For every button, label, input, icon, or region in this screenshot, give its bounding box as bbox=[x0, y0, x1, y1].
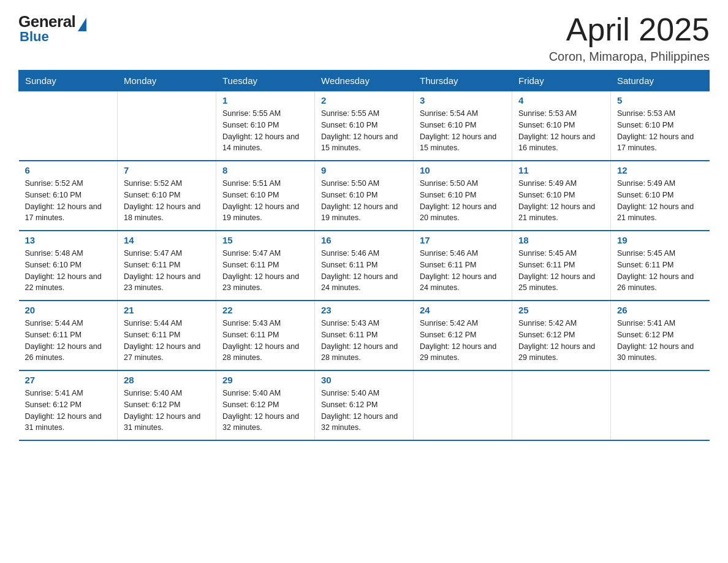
day-number: 28 bbox=[124, 375, 210, 385]
calendar-cell: 17Sunrise: 5:46 AM Sunset: 6:11 PM Dayli… bbox=[414, 231, 512, 301]
calendar-cell: 11Sunrise: 5:49 AM Sunset: 6:10 PM Dayli… bbox=[512, 161, 611, 231]
day-info: Sunrise: 5:52 AM Sunset: 6:10 PM Dayligh… bbox=[25, 178, 112, 224]
day-info: Sunrise: 5:47 AM Sunset: 6:11 PM Dayligh… bbox=[222, 248, 308, 294]
day-number: 15 bbox=[222, 235, 308, 245]
day-info: Sunrise: 5:54 AM Sunset: 6:10 PM Dayligh… bbox=[420, 108, 506, 154]
day-number: 9 bbox=[321, 165, 407, 175]
day-info: Sunrise: 5:49 AM Sunset: 6:10 PM Dayligh… bbox=[617, 178, 703, 224]
day-number: 11 bbox=[518, 165, 604, 175]
day-number: 22 bbox=[222, 305, 308, 315]
day-number: 5 bbox=[617, 95, 703, 105]
calendar-table: Sunday Monday Tuesday Wednesday Thursday… bbox=[18, 70, 710, 441]
calendar-cell bbox=[19, 91, 118, 161]
calendar-cell bbox=[611, 370, 710, 440]
day-info: Sunrise: 5:44 AM Sunset: 6:11 PM Dayligh… bbox=[25, 318, 112, 364]
header-wednesday: Wednesday bbox=[315, 71, 414, 91]
day-info: Sunrise: 5:43 AM Sunset: 6:11 PM Dayligh… bbox=[321, 318, 407, 364]
calendar-cell: 9Sunrise: 5:50 AM Sunset: 6:10 PM Daylig… bbox=[315, 161, 414, 231]
day-number: 1 bbox=[222, 95, 308, 105]
calendar-cell: 25Sunrise: 5:42 AM Sunset: 6:12 PM Dayli… bbox=[512, 301, 611, 370]
calendar-cell: 27Sunrise: 5:41 AM Sunset: 6:12 PM Dayli… bbox=[19, 370, 118, 440]
day-number: 30 bbox=[321, 375, 407, 385]
day-number: 18 bbox=[518, 235, 604, 245]
calendar-cell: 10Sunrise: 5:50 AM Sunset: 6:10 PM Dayli… bbox=[414, 161, 512, 231]
day-info: Sunrise: 5:40 AM Sunset: 6:12 PM Dayligh… bbox=[321, 388, 407, 434]
header-tuesday: Tuesday bbox=[216, 71, 315, 91]
calendar-location: Coron, Mimaropa, Philippines bbox=[549, 50, 710, 64]
calendar-cell: 16Sunrise: 5:46 AM Sunset: 6:11 PM Dayli… bbox=[315, 231, 414, 301]
day-info: Sunrise: 5:49 AM Sunset: 6:10 PM Dayligh… bbox=[518, 178, 604, 224]
day-info: Sunrise: 5:48 AM Sunset: 6:10 PM Dayligh… bbox=[25, 248, 112, 294]
day-number: 13 bbox=[25, 235, 112, 245]
day-info: Sunrise: 5:46 AM Sunset: 6:11 PM Dayligh… bbox=[321, 248, 407, 294]
calendar-cell: 19Sunrise: 5:45 AM Sunset: 6:11 PM Dayli… bbox=[611, 231, 710, 301]
day-number: 14 bbox=[124, 235, 210, 245]
day-info: Sunrise: 5:41 AM Sunset: 6:12 PM Dayligh… bbox=[25, 388, 112, 434]
calendar-cell: 7Sunrise: 5:52 AM Sunset: 6:10 PM Daylig… bbox=[118, 161, 216, 231]
calendar-cell bbox=[414, 370, 512, 440]
calendar-cell: 18Sunrise: 5:45 AM Sunset: 6:11 PM Dayli… bbox=[512, 231, 611, 301]
calendar-body: 1Sunrise: 5:55 AM Sunset: 6:10 PM Daylig… bbox=[19, 91, 710, 441]
calendar-cell: 5Sunrise: 5:53 AM Sunset: 6:10 PM Daylig… bbox=[611, 91, 710, 161]
calendar-cell: 1Sunrise: 5:55 AM Sunset: 6:10 PM Daylig… bbox=[216, 91, 315, 161]
calendar-cell: 21Sunrise: 5:44 AM Sunset: 6:11 PM Dayli… bbox=[118, 301, 216, 370]
day-number: 19 bbox=[617, 235, 703, 245]
day-info: Sunrise: 5:55 AM Sunset: 6:10 PM Dayligh… bbox=[222, 108, 308, 154]
calendar-cell: 6Sunrise: 5:52 AM Sunset: 6:10 PM Daylig… bbox=[19, 161, 118, 231]
calendar-cell: 8Sunrise: 5:51 AM Sunset: 6:10 PM Daylig… bbox=[216, 161, 315, 231]
calendar-cell: 23Sunrise: 5:43 AM Sunset: 6:11 PM Dayli… bbox=[315, 301, 414, 370]
day-info: Sunrise: 5:40 AM Sunset: 6:12 PM Dayligh… bbox=[124, 388, 210, 434]
calendar-header: Sunday Monday Tuesday Wednesday Thursday… bbox=[19, 71, 710, 91]
header-sunday: Sunday bbox=[19, 71, 118, 91]
day-info: Sunrise: 5:50 AM Sunset: 6:10 PM Dayligh… bbox=[321, 178, 407, 224]
header-thursday: Thursday bbox=[414, 71, 512, 91]
header-saturday: Saturday bbox=[611, 71, 710, 91]
calendar-cell bbox=[512, 370, 611, 440]
calendar-cell bbox=[118, 91, 216, 161]
day-number: 4 bbox=[518, 95, 604, 105]
day-info: Sunrise: 5:47 AM Sunset: 6:11 PM Dayligh… bbox=[124, 248, 210, 294]
calendar-cell: 28Sunrise: 5:40 AM Sunset: 6:12 PM Dayli… bbox=[118, 370, 216, 440]
day-number: 6 bbox=[25, 165, 112, 175]
day-number: 24 bbox=[420, 305, 506, 315]
page-header: General Blue April 2025 Coron, Mimaropa,… bbox=[18, 12, 710, 64]
calendar-cell: 22Sunrise: 5:43 AM Sunset: 6:11 PM Dayli… bbox=[216, 301, 315, 370]
title-block: April 2025 Coron, Mimaropa, Philippines bbox=[549, 12, 710, 64]
calendar-cell: 30Sunrise: 5:40 AM Sunset: 6:12 PM Dayli… bbox=[315, 370, 414, 440]
day-info: Sunrise: 5:55 AM Sunset: 6:10 PM Dayligh… bbox=[321, 108, 407, 154]
day-info: Sunrise: 5:40 AM Sunset: 6:12 PM Dayligh… bbox=[222, 388, 308, 434]
day-number: 7 bbox=[124, 165, 210, 175]
day-info: Sunrise: 5:53 AM Sunset: 6:10 PM Dayligh… bbox=[518, 108, 604, 154]
day-number: 8 bbox=[222, 165, 308, 175]
logo: General Blue bbox=[18, 12, 86, 45]
day-number: 2 bbox=[321, 95, 407, 105]
calendar-cell: 26Sunrise: 5:41 AM Sunset: 6:12 PM Dayli… bbox=[611, 301, 710, 370]
day-number: 26 bbox=[617, 305, 703, 315]
header-friday: Friday bbox=[512, 71, 611, 91]
day-number: 20 bbox=[25, 305, 112, 315]
calendar-cell: 20Sunrise: 5:44 AM Sunset: 6:11 PM Dayli… bbox=[19, 301, 118, 370]
day-number: 17 bbox=[420, 235, 506, 245]
day-info: Sunrise: 5:51 AM Sunset: 6:10 PM Dayligh… bbox=[222, 178, 308, 224]
day-info: Sunrise: 5:42 AM Sunset: 6:12 PM Dayligh… bbox=[518, 318, 604, 364]
day-info: Sunrise: 5:41 AM Sunset: 6:12 PM Dayligh… bbox=[617, 318, 703, 364]
day-info: Sunrise: 5:52 AM Sunset: 6:10 PM Dayligh… bbox=[124, 178, 210, 224]
day-info: Sunrise: 5:43 AM Sunset: 6:11 PM Dayligh… bbox=[222, 318, 308, 364]
day-number: 12 bbox=[617, 165, 703, 175]
day-info: Sunrise: 5:45 AM Sunset: 6:11 PM Dayligh… bbox=[617, 248, 703, 294]
calendar-cell: 15Sunrise: 5:47 AM Sunset: 6:11 PM Dayli… bbox=[216, 231, 315, 301]
day-number: 29 bbox=[222, 375, 308, 385]
day-number: 16 bbox=[321, 235, 407, 245]
day-info: Sunrise: 5:45 AM Sunset: 6:11 PM Dayligh… bbox=[518, 248, 604, 294]
logo-blue-text: Blue bbox=[20, 29, 49, 45]
calendar-cell: 13Sunrise: 5:48 AM Sunset: 6:10 PM Dayli… bbox=[19, 231, 118, 301]
calendar-cell: 14Sunrise: 5:47 AM Sunset: 6:11 PM Dayli… bbox=[118, 231, 216, 301]
day-number: 27 bbox=[25, 375, 112, 385]
calendar-cell: 4Sunrise: 5:53 AM Sunset: 6:10 PM Daylig… bbox=[512, 91, 611, 161]
day-number: 23 bbox=[321, 305, 407, 315]
calendar-cell: 29Sunrise: 5:40 AM Sunset: 6:12 PM Dayli… bbox=[216, 370, 315, 440]
calendar-cell: 3Sunrise: 5:54 AM Sunset: 6:10 PM Daylig… bbox=[414, 91, 512, 161]
day-info: Sunrise: 5:44 AM Sunset: 6:11 PM Dayligh… bbox=[124, 318, 210, 364]
day-number: 21 bbox=[124, 305, 210, 315]
calendar-cell: 24Sunrise: 5:42 AM Sunset: 6:12 PM Dayli… bbox=[414, 301, 512, 370]
